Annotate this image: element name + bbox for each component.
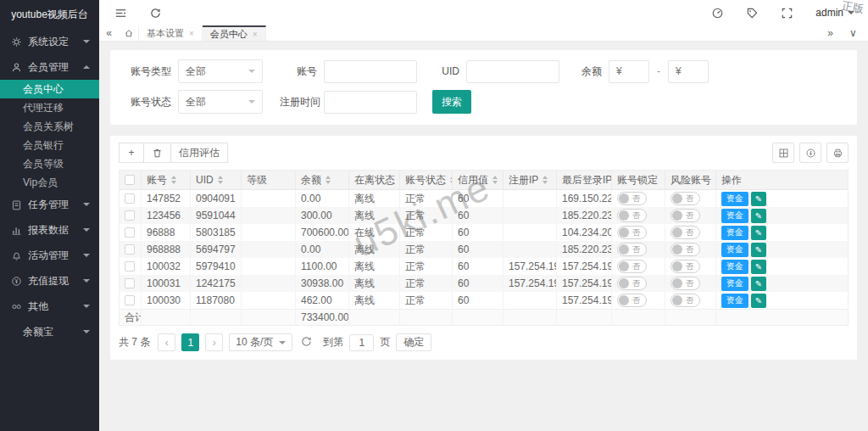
fund-button[interactable]: 资金 — [721, 243, 748, 257]
sidebar-item-1[interactable]: 会员管理 — [0, 54, 99, 80]
sidebar-item-7[interactable]: 余额宝 — [0, 319, 99, 344]
tabs-menu-icon[interactable]: ∨ — [843, 27, 863, 39]
sidebar-subitem[interactable]: 代理迁移 — [0, 98, 99, 117]
close-icon[interactable]: × — [253, 30, 258, 39]
fund-button[interactable]: 资金 — [721, 294, 748, 308]
sort-icon[interactable] — [542, 176, 548, 184]
tab-item[interactable]: 基本设置× — [138, 25, 203, 41]
next-page-button[interactable]: › — [205, 333, 223, 351]
fund-button[interactable]: 资金 — [721, 277, 748, 291]
sidebar-item-5[interactable]: 充值提现 — [0, 268, 99, 294]
balance-min-input[interactable] — [609, 60, 649, 83]
sidebar-subitem[interactable]: 会员中心 — [0, 80, 99, 98]
sort-icon[interactable] — [492, 176, 498, 184]
risk-toggle[interactable]: 否 — [670, 192, 700, 205]
page-size-select[interactable]: 10 条/页 — [229, 333, 292, 351]
toggle-label: 否 — [686, 261, 693, 272]
cell-credit: 60 — [453, 275, 504, 292]
sidebar-subitem[interactable]: Vip会员 — [0, 173, 99, 192]
print-icon[interactable] — [826, 143, 849, 163]
account-input[interactable] — [324, 60, 417, 83]
lock-toggle[interactable]: 否 — [617, 243, 647, 256]
edit-button[interactable]: ✎ — [751, 277, 766, 291]
edit-button[interactable]: ✎ — [751, 192, 766, 206]
risk-toggle[interactable]: 否 — [670, 277, 700, 290]
tabs-scroll-right-icon[interactable]: » — [821, 27, 840, 39]
prev-page-button[interactable]: ‹ — [158, 333, 175, 351]
edit-button[interactable]: ✎ — [751, 260, 766, 274]
sidebar-subitem[interactable]: 会员银行 — [0, 136, 99, 154]
tab-item[interactable]: 会员中心× — [203, 25, 266, 41]
close-icon[interactable]: × — [189, 29, 194, 38]
cell-status: 正常 — [400, 190, 453, 207]
add-button[interactable]: + — [119, 143, 144, 163]
sidebar-subitem[interactable]: 会员关系树 — [0, 117, 99, 136]
fund-button[interactable]: 资金 — [721, 260, 748, 274]
row-checkbox[interactable] — [125, 295, 135, 305]
uid-input[interactable] — [466, 60, 559, 83]
risk-toggle[interactable]: 否 — [670, 260, 700, 273]
sidebar-item-0[interactable]: 系统设定 — [0, 29, 99, 54]
lock-toggle[interactable]: 否 — [617, 277, 647, 290]
goto-confirm-button[interactable]: 确定 — [396, 333, 431, 351]
sidebar-item-6[interactable]: 其他 — [0, 294, 99, 319]
row-checkbox[interactable] — [125, 227, 135, 238]
sidebar-item-3[interactable]: 报表数据 — [0, 217, 99, 243]
tabs-scroll-left-icon[interactable]: « — [99, 25, 119, 41]
fund-button[interactable]: 资金 — [721, 192, 748, 206]
lock-toggle[interactable]: 否 — [617, 294, 647, 307]
cell-value: 5803185 — [196, 227, 236, 238]
row-checkbox[interactable] — [125, 193, 135, 204]
cell-balance: 1100.00 — [296, 258, 349, 275]
select-all-checkbox[interactable] — [125, 175, 135, 185]
sidebar-subitem[interactable]: 会员等级 — [0, 154, 99, 173]
search-button[interactable]: 搜索 — [432, 90, 471, 114]
sort-icon[interactable] — [171, 176, 176, 184]
fund-button[interactable]: 资金 — [721, 226, 748, 240]
lock-toggle[interactable]: 否 — [617, 260, 647, 273]
row-checkbox[interactable] — [125, 244, 135, 255]
sidebar-item-4[interactable]: 活动管理 — [0, 243, 99, 268]
edit-button[interactable]: ✎ — [751, 294, 766, 308]
account-type-select[interactable]: 全部 — [178, 59, 263, 83]
lock-toggle[interactable]: 否 — [617, 192, 647, 205]
row-checkbox[interactable] — [125, 210, 135, 221]
column-label: 账号状态 — [405, 173, 446, 188]
risk-toggle[interactable]: 否 — [670, 243, 700, 256]
gauge-icon[interactable] — [711, 7, 724, 20]
menu-collapse-icon[interactable] — [114, 7, 127, 20]
edit-button[interactable]: ✎ — [751, 226, 766, 240]
sort-icon[interactable] — [218, 176, 223, 184]
refresh-table-icon[interactable] — [300, 335, 315, 350]
risk-toggle[interactable]: 否 — [670, 226, 700, 239]
column-header-checkbox[interactable] — [120, 171, 142, 189]
reg-time-input[interactable] — [324, 91, 417, 114]
risk-toggle[interactable]: 否 — [670, 209, 700, 222]
export-icon[interactable] — [799, 143, 821, 163]
balance-max-input[interactable] — [668, 60, 709, 83]
current-page-button[interactable]: 1 — [181, 333, 199, 351]
filter-columns-icon[interactable] — [772, 143, 794, 163]
lock-toggle[interactable]: 否 — [617, 226, 647, 239]
home-icon[interactable] — [119, 25, 138, 41]
risk-toggle[interactable]: 否 — [670, 294, 700, 307]
sidebar-item-2[interactable]: 任务管理 — [0, 192, 99, 217]
account-status-select[interactable]: 全部 — [178, 90, 263, 114]
row-checkbox[interactable] — [125, 261, 135, 271]
goto-page-input[interactable] — [349, 334, 374, 351]
fund-button[interactable]: 资金 — [721, 209, 748, 223]
edit-button[interactable]: ✎ — [751, 209, 766, 223]
tag-icon[interactable] — [746, 7, 759, 20]
fullscreen-icon[interactable] — [781, 7, 793, 20]
row-checkbox[interactable] — [125, 278, 135, 288]
cell-reg_ip — [504, 207, 557, 224]
sort-icon[interactable] — [326, 176, 331, 184]
delete-button[interactable] — [143, 143, 171, 163]
edit-button[interactable]: ✎ — [751, 243, 766, 257]
cell-credit: 60 — [453, 258, 504, 275]
user-menu[interactable]: admin — [815, 7, 854, 19]
refresh-icon[interactable] — [149, 7, 162, 20]
cell-value: 5979410 — [196, 260, 236, 272]
lock-toggle[interactable]: 否 — [617, 209, 647, 222]
credit-eval-button[interactable]: 信用评估 — [170, 143, 228, 163]
